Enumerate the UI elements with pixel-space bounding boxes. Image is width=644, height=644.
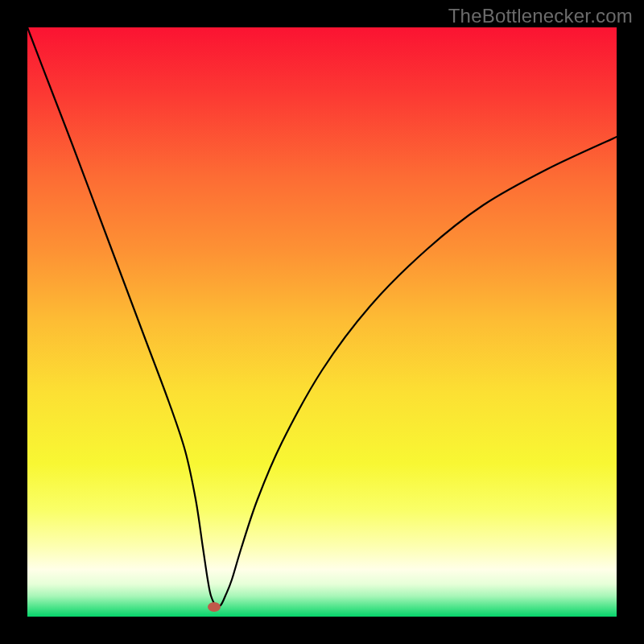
bottleneck-chart: [0, 0, 644, 644]
plot-background: [27, 27, 617, 617]
chart-frame: TheBottlenecker.com: [0, 0, 644, 644]
optimal-point-marker: [208, 602, 221, 612]
watermark-text: TheBottlenecker.com: [448, 5, 633, 27]
